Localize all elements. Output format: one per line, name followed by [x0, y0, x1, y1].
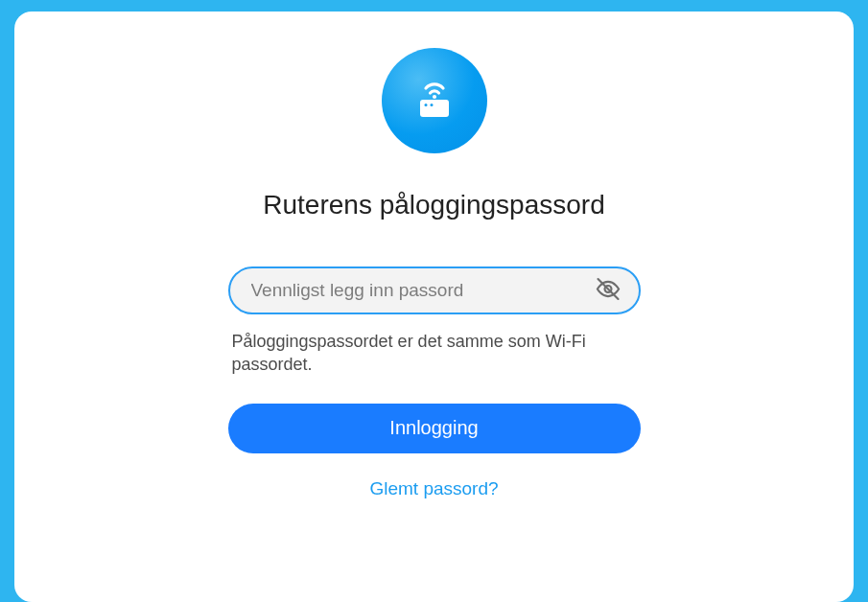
toggle-password-visibility-button[interactable] — [591, 272, 625, 310]
eye-off-icon — [595, 291, 622, 306]
login-card: Ruterens påloggingspassord Påloggingspas… — [14, 12, 854, 602]
login-button[interactable]: Innlogging — [228, 404, 641, 453]
forgot-password-link[interactable]: Glemt passord? — [369, 478, 498, 499]
router-icon — [382, 48, 487, 153]
svg-rect-1 — [420, 100, 449, 117]
password-field-wrap — [228, 266, 641, 314]
svg-point-2 — [424, 104, 427, 106]
page-title: Ruterens påloggingspassord — [263, 190, 604, 220]
password-hint: Påloggingspassordet er det samme som Wi-… — [228, 330, 641, 377]
svg-point-0 — [432, 95, 435, 99]
password-input[interactable] — [228, 266, 641, 314]
login-form: Påloggingspassordet er det samme som Wi-… — [228, 266, 641, 499]
svg-point-3 — [430, 104, 433, 106]
